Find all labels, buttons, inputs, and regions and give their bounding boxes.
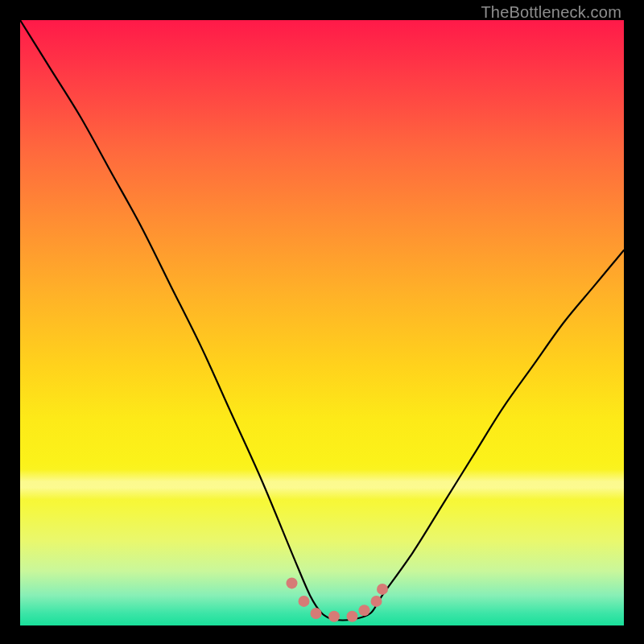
bottleneck-curve bbox=[20, 20, 624, 620]
optimal-marker bbox=[287, 577, 298, 588]
plot-area bbox=[20, 20, 624, 625]
optimal-marker bbox=[328, 611, 340, 622]
optimal-marker bbox=[371, 596, 382, 607]
optimal-marker bbox=[347, 611, 358, 622]
curve-layer bbox=[20, 20, 624, 625]
optimal-marker bbox=[359, 605, 370, 616]
optimal-zone-markers bbox=[287, 577, 389, 621]
optimal-marker bbox=[299, 596, 310, 607]
chart-frame: TheBottleneck.com bbox=[0, 0, 644, 644]
optimal-marker bbox=[377, 584, 388, 595]
optimal-marker bbox=[311, 608, 322, 619]
watermark-text: TheBottleneck.com bbox=[481, 3, 621, 22]
